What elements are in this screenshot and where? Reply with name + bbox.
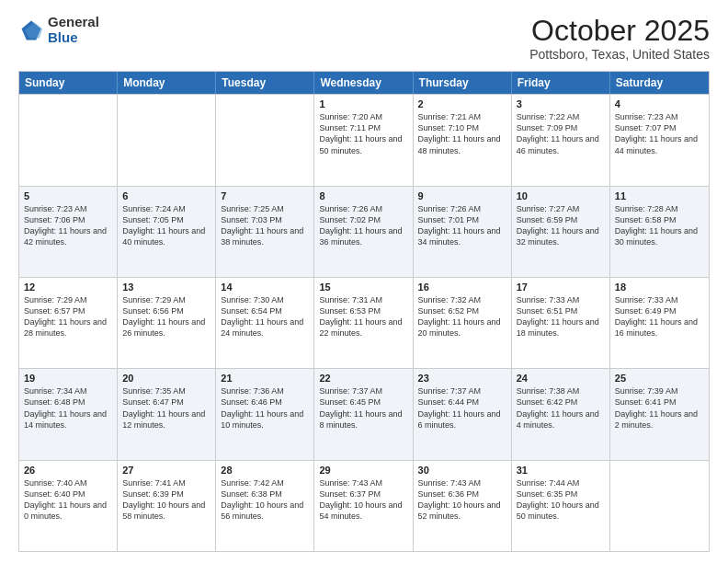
day-detail: Sunrise: 7:43 AM Sunset: 6:37 PM Dayligh… (319, 477, 407, 523)
header-right: October 2025 Pottsboro, Texas, United St… (529, 15, 710, 62)
day-number: 9 (418, 190, 506, 201)
calendar-cell: 13Sunrise: 7:29 AM Sunset: 6:56 PM Dayli… (118, 278, 216, 368)
day-detail: Sunrise: 7:39 AM Sunset: 6:41 PM Dayligh… (615, 385, 704, 431)
day-number: 30 (418, 465, 506, 476)
calendar-cell: 5Sunrise: 7:23 AM Sunset: 7:06 PM Daylig… (19, 187, 118, 277)
calendar-cell: 14Sunrise: 7:30 AM Sunset: 6:54 PM Dayli… (216, 278, 314, 368)
day-number: 11 (615, 190, 704, 201)
calendar-cell: 27Sunrise: 7:41 AM Sunset: 6:39 PM Dayli… (118, 461, 216, 551)
weekday-header: Thursday (414, 72, 512, 94)
day-detail: Sunrise: 7:32 AM Sunset: 6:52 PM Dayligh… (418, 294, 506, 339)
day-detail: Sunrise: 7:28 AM Sunset: 6:58 PM Dayligh… (615, 203, 704, 248)
calendar-cell: 9Sunrise: 7:26 AM Sunset: 7:01 PM Daylig… (414, 187, 512, 277)
day-number: 22 (319, 373, 407, 384)
location: Pottsboro, Texas, United States (529, 47, 710, 62)
day-detail: Sunrise: 7:38 AM Sunset: 6:42 PM Dayligh… (517, 385, 605, 431)
calendar-row: 5Sunrise: 7:23 AM Sunset: 7:06 PM Daylig… (19, 186, 709, 277)
day-detail: Sunrise: 7:24 AM Sunset: 7:05 PM Dayligh… (122, 203, 210, 248)
calendar-row: 26Sunrise: 7:40 AM Sunset: 6:40 PM Dayli… (19, 460, 709, 551)
day-number: 21 (221, 373, 309, 384)
logo-general-text: General (48, 15, 99, 30)
day-number: 1 (319, 98, 407, 109)
day-number: 26 (24, 465, 112, 476)
day-detail: Sunrise: 7:44 AM Sunset: 6:35 PM Dayligh… (517, 477, 605, 523)
day-number: 13 (122, 282, 210, 293)
day-number: 25 (615, 373, 704, 384)
day-detail: Sunrise: 7:31 AM Sunset: 6:53 PM Dayligh… (319, 294, 407, 339)
day-number: 28 (221, 465, 309, 476)
day-detail: Sunrise: 7:36 AM Sunset: 6:46 PM Dayligh… (221, 385, 309, 431)
calendar-cell (118, 95, 216, 185)
header: General Blue October 2025 Pottsboro, Tex… (18, 15, 710, 62)
day-detail: Sunrise: 7:26 AM Sunset: 7:02 PM Dayligh… (319, 203, 407, 248)
calendar-cell: 16Sunrise: 7:32 AM Sunset: 6:52 PM Dayli… (414, 278, 512, 368)
calendar-cell: 29Sunrise: 7:43 AM Sunset: 6:37 PM Dayli… (314, 461, 413, 551)
calendar-body: 1Sunrise: 7:20 AM Sunset: 7:11 PM Daylig… (19, 94, 709, 551)
day-detail: Sunrise: 7:21 AM Sunset: 7:10 PM Dayligh… (418, 111, 506, 156)
day-number: 19 (24, 373, 112, 384)
month-title: October 2025 (529, 15, 710, 47)
day-number: 8 (319, 190, 407, 201)
day-detail: Sunrise: 7:42 AM Sunset: 6:38 PM Dayligh… (221, 477, 309, 523)
calendar: SundayMondayTuesdayWednesdayThursdayFrid… (18, 71, 710, 552)
calendar-cell (19, 95, 118, 185)
day-detail: Sunrise: 7:22 AM Sunset: 7:09 PM Dayligh… (517, 111, 605, 156)
calendar-cell: 17Sunrise: 7:33 AM Sunset: 6:51 PM Dayli… (512, 278, 610, 368)
day-number: 23 (418, 373, 506, 384)
calendar-cell: 2Sunrise: 7:21 AM Sunset: 7:10 PM Daylig… (414, 95, 512, 185)
day-number: 10 (517, 190, 605, 201)
day-detail: Sunrise: 7:37 AM Sunset: 6:45 PM Dayligh… (319, 385, 407, 431)
calendar-row: 12Sunrise: 7:29 AM Sunset: 6:57 PM Dayli… (19, 277, 709, 368)
calendar-cell: 1Sunrise: 7:20 AM Sunset: 7:11 PM Daylig… (314, 95, 413, 185)
calendar-cell: 20Sunrise: 7:35 AM Sunset: 6:47 PM Dayli… (118, 369, 216, 459)
calendar-cell (216, 95, 314, 185)
day-number: 14 (221, 282, 309, 293)
calendar-cell: 23Sunrise: 7:37 AM Sunset: 6:44 PM Dayli… (414, 369, 512, 459)
weekday-header: Friday (512, 72, 610, 94)
calendar-header: SundayMondayTuesdayWednesdayThursdayFrid… (19, 72, 709, 94)
logo: General Blue (18, 15, 99, 45)
day-detail: Sunrise: 7:33 AM Sunset: 6:51 PM Dayligh… (517, 294, 605, 339)
day-number: 2 (418, 98, 506, 109)
calendar-cell: 25Sunrise: 7:39 AM Sunset: 6:41 PM Dayli… (610, 369, 709, 459)
page: General Blue October 2025 Pottsboro, Tex… (0, 0, 728, 563)
calendar-cell: 7Sunrise: 7:25 AM Sunset: 7:03 PM Daylig… (216, 187, 314, 277)
calendar-cell: 26Sunrise: 7:40 AM Sunset: 6:40 PM Dayli… (19, 461, 118, 551)
day-number: 3 (517, 98, 605, 109)
day-number: 16 (418, 282, 506, 293)
calendar-cell: 21Sunrise: 7:36 AM Sunset: 6:46 PM Dayli… (216, 369, 314, 459)
calendar-cell: 15Sunrise: 7:31 AM Sunset: 6:53 PM Dayli… (314, 278, 413, 368)
calendar-cell: 30Sunrise: 7:43 AM Sunset: 6:36 PM Dayli… (414, 461, 512, 551)
calendar-row: 1Sunrise: 7:20 AM Sunset: 7:11 PM Daylig… (19, 94, 709, 185)
calendar-cell: 31Sunrise: 7:44 AM Sunset: 6:35 PM Dayli… (512, 461, 610, 551)
day-number: 29 (319, 465, 407, 476)
day-detail: Sunrise: 7:35 AM Sunset: 6:47 PM Dayligh… (122, 385, 210, 431)
day-detail: Sunrise: 7:29 AM Sunset: 6:57 PM Dayligh… (24, 294, 112, 339)
day-number: 18 (615, 282, 704, 293)
day-number: 12 (24, 282, 112, 293)
calendar-cell: 12Sunrise: 7:29 AM Sunset: 6:57 PM Dayli… (19, 278, 118, 368)
day-detail: Sunrise: 7:41 AM Sunset: 6:39 PM Dayligh… (122, 477, 210, 523)
day-detail: Sunrise: 7:43 AM Sunset: 6:36 PM Dayligh… (418, 477, 506, 523)
day-number: 6 (122, 190, 210, 201)
day-number: 7 (221, 190, 309, 201)
calendar-cell: 10Sunrise: 7:27 AM Sunset: 6:59 PM Dayli… (512, 187, 610, 277)
weekday-header: Monday (118, 72, 216, 94)
day-detail: Sunrise: 7:20 AM Sunset: 7:11 PM Dayligh… (319, 111, 407, 156)
weekday-header: Sunday (19, 72, 118, 94)
calendar-cell: 18Sunrise: 7:33 AM Sunset: 6:49 PM Dayli… (610, 278, 709, 368)
day-detail: Sunrise: 7:23 AM Sunset: 7:07 PM Dayligh… (615, 111, 704, 156)
day-detail: Sunrise: 7:40 AM Sunset: 6:40 PM Dayligh… (24, 477, 112, 523)
day-number: 27 (122, 465, 210, 476)
day-detail: Sunrise: 7:30 AM Sunset: 6:54 PM Dayligh… (221, 294, 309, 339)
weekday-header: Saturday (610, 72, 709, 94)
day-number: 31 (517, 465, 605, 476)
day-number: 5 (24, 190, 112, 201)
calendar-cell: 6Sunrise: 7:24 AM Sunset: 7:05 PM Daylig… (118, 187, 216, 277)
day-detail: Sunrise: 7:34 AM Sunset: 6:48 PM Dayligh… (24, 385, 112, 431)
logo-blue-text: Blue (48, 30, 99, 46)
calendar-cell: 4Sunrise: 7:23 AM Sunset: 7:07 PM Daylig… (610, 95, 709, 185)
weekday-header: Wednesday (314, 72, 413, 94)
day-number: 17 (517, 282, 605, 293)
day-number: 20 (122, 373, 210, 384)
